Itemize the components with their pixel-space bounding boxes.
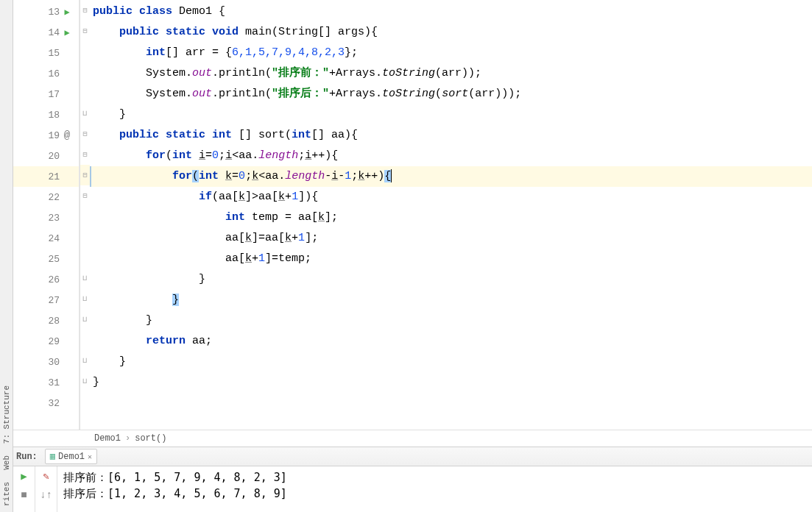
line-number: 24 — [45, 233, 60, 244]
caret-line-bar — [90, 166, 91, 187]
line-number: 30 — [45, 357, 60, 368]
fold-icon[interactable]: ⊟ — [82, 150, 87, 159]
fold-icon[interactable]: ⊟ — [82, 6, 87, 15]
web-tab[interactable]: Web — [1, 449, 13, 476]
line-number: 32 — [45, 398, 60, 409]
structure-tab[interactable]: 7: Structure — [1, 380, 13, 449]
console-output[interactable]: 排序前：[6, 1, 5, 7, 9, 4, 8, 2, 3] 排序后：[1, … — [57, 466, 812, 512]
fold-icon[interactable]: ⊟ — [82, 26, 87, 35]
line-number: 16 — [45, 68, 60, 79]
text-caret — [391, 169, 392, 182]
override-icon[interactable]: @ — [60, 129, 74, 141]
fold-end-icon[interactable]: ⊔ — [82, 294, 87, 303]
gutter: 13▶ 14▶ 15 16 17 18 19@ 20 21💡 22 23 24 … — [13, 0, 80, 430]
run-tab-label: Demo1 — [58, 452, 85, 462]
run-icon[interactable]: ▶ — [60, 7, 74, 18]
run-panel-header: Run: ▦ Demo1 ✕ — [13, 447, 812, 466]
line-number: 22 — [45, 192, 60, 203]
fold-column: ⊟ ⊟ ⊔ ⊟ ⊟ ⊟ ⊟ ⊔ ⊔ ⊔ ⊔ ⊔ — [80, 0, 90, 430]
fold-icon[interactable]: ⊟ — [82, 191, 87, 200]
rerun-button[interactable]: ▶ — [13, 466, 35, 486]
crumb-class[interactable]: Demo1 — [94, 433, 121, 444]
code-area[interactable]: public class Demo1 { public static void … — [90, 0, 812, 430]
line-number: 23 — [45, 213, 60, 224]
code-editor[interactable]: 13▶ 14▶ 15 16 17 18 19@ 20 21💡 22 23 24 … — [13, 0, 812, 430]
line-number: 19 — [45, 130, 60, 141]
line-number: 13 — [45, 7, 60, 18]
run-icon[interactable]: ▶ — [60, 27, 74, 38]
fold-end-icon[interactable]: ⊔ — [82, 356, 87, 365]
stop-button[interactable]: ■ — [13, 486, 35, 505]
line-number: 18 — [45, 110, 60, 121]
line-number: 27 — [45, 295, 60, 306]
line-number: 26 — [45, 274, 60, 285]
run-label: Run: — [16, 452, 38, 462]
edit-button[interactable]: ✎ — [35, 466, 57, 486]
fold-end-icon[interactable]: ⊔ — [82, 109, 87, 118]
line-number: 25 — [45, 254, 60, 265]
breadcrumb: Demo1 › sort() — [13, 430, 812, 447]
line-number: 20 — [45, 151, 60, 162]
line-number: 31 — [45, 377, 60, 388]
crumb-method[interactable]: sort() — [135, 433, 166, 444]
console-line: 排序前：[6, 1, 5, 7, 9, 4, 8, 2, 3] — [63, 469, 806, 486]
fold-end-icon[interactable]: ⊔ — [82, 274, 87, 282]
fold-end-icon[interactable]: ⊔ — [82, 377, 87, 385]
app-icon: ▦ — [50, 451, 55, 462]
line-number: 15 — [45, 48, 60, 59]
left-tool-sidebar: 7: Structure Web rites — [0, 0, 13, 512]
console-line: 排序后：[1, 2, 3, 4, 5, 6, 7, 8, 9] — [63, 486, 806, 502]
line-number: 17 — [45, 89, 60, 100]
line-number: 14 — [45, 27, 60, 38]
fold-icon[interactable]: ⊟ — [82, 129, 87, 138]
fold-icon[interactable]: ⊟ — [82, 171, 87, 179]
close-icon[interactable]: ✕ — [88, 452, 92, 461]
line-number: 29 — [45, 336, 60, 347]
line-number: 21 — [45, 171, 60, 182]
run-toolbar-secondary: ✎ ↓↑ — [35, 466, 57, 512]
crumb-sep-icon: › — [125, 433, 130, 444]
line-number: 28 — [45, 316, 60, 327]
run-panel: ▶ ■ ✎ ↓↑ 排序前：[6, 1, 5, 7, 9, 4, 8, 2, 3]… — [13, 466, 812, 512]
run-toolbar-primary: ▶ ■ — [13, 466, 35, 512]
run-tab[interactable]: ▦ Demo1 ✕ — [45, 449, 97, 464]
favorites-tab[interactable]: rites — [1, 476, 13, 512]
dump-threads-button[interactable]: ↓↑ — [35, 486, 57, 505]
fold-end-icon[interactable]: ⊔ — [82, 315, 87, 324]
